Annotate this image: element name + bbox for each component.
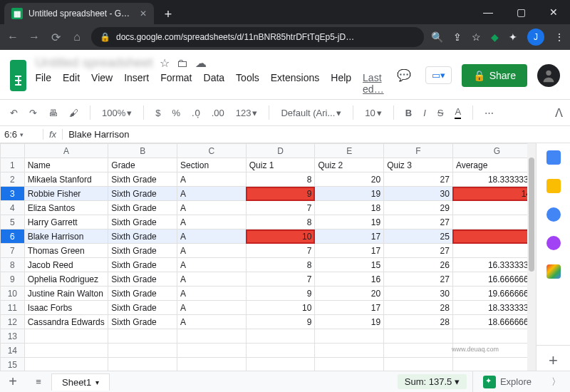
cell[interactable]: A (177, 258, 247, 272)
nav-home-icon[interactable]: ⌂ (70, 31, 84, 43)
cell[interactable]: Quiz 3 (384, 158, 453, 172)
cell[interactable]: 29 (384, 201, 453, 215)
redo-icon[interactable]: ↷ (26, 105, 40, 120)
cell[interactable] (24, 329, 108, 344)
cell[interactable]: 7 (246, 201, 315, 215)
name-box[interactable]: 6:6▾ (0, 129, 43, 140)
cell[interactable]: 25 (384, 229, 453, 244)
cell[interactable]: Cassandra Edwards (24, 315, 108, 329)
extensions-icon[interactable]: ✦ (509, 31, 517, 43)
col-header-B[interactable]: B (108, 144, 177, 158)
cell[interactable]: 16 (315, 272, 384, 287)
cell[interactable]: Robbie Fisher (24, 187, 108, 201)
star-icon[interactable]: ☆ (160, 56, 170, 70)
sheet-tab[interactable]: Sheet1▾ (51, 373, 110, 391)
cell[interactable]: 7 (246, 244, 315, 258)
cell[interactable] (177, 344, 247, 358)
row-header[interactable]: 2 (1, 172, 25, 187)
cell[interactable]: 15 (315, 258, 384, 272)
cell[interactable]: 7 (246, 272, 315, 287)
cell[interactable] (24, 358, 108, 372)
increase-decimal-icon[interactable]: .00 (209, 105, 227, 120)
formula-input[interactable]: Blake Harrison (63, 129, 135, 140)
cell[interactable]: A (177, 272, 247, 287)
menu-view[interactable]: View (91, 72, 113, 95)
cell[interactable]: Sixth Grade (108, 287, 177, 301)
share-button[interactable]: 🔒 Share (462, 64, 527, 87)
cell[interactable]: Eliza Santos (24, 201, 108, 215)
row-header[interactable]: 3 (1, 187, 25, 201)
cell[interactable]: Sixth Grade (108, 272, 177, 287)
row-header[interactable]: 13 (1, 329, 25, 344)
calendar-icon[interactable] (546, 150, 561, 165)
cell[interactable]: Sixth Grade (108, 301, 177, 315)
hide-sidepanel-icon[interactable]: 〉 (542, 376, 570, 388)
cell[interactable]: Mikaela Stanford (24, 172, 108, 187)
cell[interactable]: 9 (246, 187, 315, 201)
cell[interactable] (246, 358, 315, 372)
percent-icon[interactable]: % (169, 105, 183, 120)
col-header-F[interactable]: F (384, 144, 453, 158)
cell[interactable]: 8 (246, 215, 315, 229)
cell[interactable]: Sixth Grade (108, 315, 177, 329)
cell[interactable]: A (177, 201, 247, 215)
col-header-C[interactable]: C (177, 144, 247, 158)
cell[interactable]: Quiz 2 (315, 158, 384, 172)
menu-format[interactable]: Format (160, 72, 192, 95)
browser-menu-icon[interactable]: ⋮ (554, 31, 564, 43)
cell[interactable] (177, 358, 247, 372)
cell[interactable]: 27 (384, 244, 453, 258)
print-icon[interactable]: 🖶 (46, 105, 61, 120)
cell[interactable]: 19 (315, 315, 384, 329)
menu-extensions[interactable]: Extensions (271, 72, 319, 95)
contacts-icon[interactable] (546, 236, 561, 250)
menu-file[interactable]: File (35, 72, 51, 95)
strikethrough-icon[interactable]: S (435, 105, 447, 120)
bold-icon[interactable]: B (403, 105, 415, 120)
row-header[interactable]: 15 (1, 358, 25, 372)
row-header[interactable]: 7 (1, 244, 25, 258)
close-tab-icon[interactable]: ✕ (140, 9, 147, 19)
cell[interactable]: 27 (384, 172, 453, 187)
all-sheets-icon[interactable]: ≡ (26, 376, 51, 387)
cell[interactable]: A (177, 215, 247, 229)
cell[interactable]: 18 (452, 215, 536, 229)
doc-title[interactable]: Untitled spreadsheet (35, 56, 152, 71)
vertical-scrollbar[interactable] (527, 143, 536, 377)
cell[interactable] (24, 344, 108, 358)
cell[interactable]: Blake Harrison (24, 229, 108, 244)
meet-button[interactable]: ▭▾ (425, 66, 452, 84)
cell[interactable] (108, 358, 177, 372)
cloud-status-icon[interactable]: ☁ (195, 56, 207, 70)
cell[interactable]: Justine Rain Walton (24, 287, 108, 301)
cell[interactable] (177, 329, 247, 344)
nav-forward-icon[interactable]: → (27, 31, 41, 43)
url-field[interactable]: 🔒 docs.google.com/spreadsheets/d/11nBNR8… (91, 27, 424, 47)
explore-button[interactable]: Explore (472, 371, 542, 392)
row-header[interactable]: 9 (1, 272, 25, 287)
cell[interactable]: Section (177, 158, 247, 172)
select-all-cell[interactable] (1, 144, 25, 158)
cell[interactable]: 18.66666667 (452, 315, 536, 329)
cell[interactable]: 20 (315, 172, 384, 187)
cell[interactable]: Jacob Reed (24, 258, 108, 272)
row-header[interactable]: 11 (1, 301, 25, 315)
undo-icon[interactable]: ↶ (7, 105, 21, 120)
cell[interactable]: A (177, 229, 247, 244)
cell[interactable]: Sixth Grade (108, 244, 177, 258)
cell[interactable] (384, 358, 453, 372)
nav-reload-icon[interactable]: ⟳ (48, 31, 63, 44)
row-header[interactable]: 14 (1, 344, 25, 358)
row-header[interactable]: 12 (1, 315, 25, 329)
cell[interactable]: 27 (384, 272, 453, 287)
add-on-plus-icon[interactable]: + (537, 345, 570, 370)
paint-format-icon[interactable]: 🖌 (66, 105, 81, 120)
cell[interactable]: 10 (246, 301, 315, 315)
spreadsheet-grid[interactable]: ABCDEFG1NameGradeSectionQuiz 1Quiz 2Quiz… (0, 143, 536, 377)
cell[interactable]: 19.66666667 (452, 287, 536, 301)
cell[interactable] (384, 344, 453, 358)
cell[interactable] (452, 329, 536, 344)
cell[interactable]: A (177, 187, 247, 201)
cell[interactable]: Sixth Grade (108, 258, 177, 272)
shield-icon[interactable]: ◆ (491, 31, 499, 43)
